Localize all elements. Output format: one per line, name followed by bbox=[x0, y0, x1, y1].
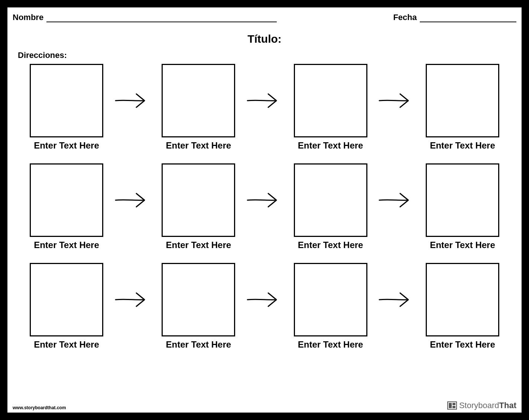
flow-cell: Enter Text Here bbox=[292, 263, 370, 350]
flow-caption[interactable]: Enter Text Here bbox=[430, 339, 495, 350]
flow-caption[interactable]: Enter Text Here bbox=[34, 339, 99, 350]
arrow-right-icon bbox=[378, 263, 415, 336]
flow-cell: Enter Text Here bbox=[423, 64, 502, 151]
flow-box[interactable] bbox=[294, 263, 367, 336]
arrow-right-icon bbox=[378, 163, 415, 237]
flow-box[interactable] bbox=[30, 64, 103, 137]
flow-caption[interactable]: Enter Text Here bbox=[166, 240, 231, 250]
flow-cell: Enter Text Here bbox=[27, 263, 106, 350]
arrow-right-icon bbox=[114, 263, 151, 336]
arrow-right-icon bbox=[246, 64, 283, 137]
flow-caption[interactable]: Enter Text Here bbox=[298, 339, 363, 350]
flow-caption[interactable]: Enter Text Here bbox=[34, 140, 99, 151]
flow-box[interactable] bbox=[162, 263, 235, 336]
flow-row: Enter Text Here Enter Text Here Enter Te… bbox=[27, 64, 502, 151]
footer: www.storyboardthat.com StoryboardThat bbox=[13, 401, 516, 410]
flow-cell: Enter Text Here bbox=[27, 64, 106, 151]
svg-rect-1 bbox=[449, 403, 452, 408]
date-label: Fecha bbox=[393, 13, 417, 22]
flow-box[interactable] bbox=[30, 163, 103, 237]
date-input-line[interactable] bbox=[420, 14, 516, 22]
svg-rect-3 bbox=[452, 406, 455, 408]
directions-label: Direcciones: bbox=[18, 51, 516, 60]
svg-rect-2 bbox=[452, 403, 455, 405]
flow-box[interactable] bbox=[162, 64, 235, 137]
name-input-line[interactable] bbox=[46, 14, 277, 22]
flow-rows: Enter Text Here Enter Text Here Enter Te… bbox=[13, 64, 516, 350]
flow-caption[interactable]: Enter Text Here bbox=[298, 140, 363, 151]
flow-cell: Enter Text Here bbox=[159, 263, 237, 350]
flow-box[interactable] bbox=[294, 163, 367, 237]
flow-caption[interactable]: Enter Text Here bbox=[298, 240, 363, 250]
header-row: Nombre Fecha bbox=[13, 11, 516, 22]
date-field: Fecha bbox=[393, 13, 516, 22]
flow-cell: Enter Text Here bbox=[423, 263, 502, 350]
flow-row: Enter Text Here Enter Text Here Enter Te… bbox=[27, 263, 502, 350]
flow-box[interactable] bbox=[294, 64, 367, 137]
brand-word1: Storyboard bbox=[459, 401, 499, 410]
brand-text: StoryboardThat bbox=[459, 401, 516, 410]
name-label: Nombre bbox=[13, 13, 43, 22]
flow-caption[interactable]: Enter Text Here bbox=[166, 140, 231, 151]
page-title: Título: bbox=[13, 33, 516, 45]
arrow-right-icon bbox=[246, 263, 283, 336]
flow-caption[interactable]: Enter Text Here bbox=[430, 140, 495, 151]
flow-cell: Enter Text Here bbox=[159, 163, 237, 250]
flow-caption[interactable]: Enter Text Here bbox=[166, 339, 231, 350]
flow-cell: Enter Text Here bbox=[292, 64, 370, 151]
flow-cell: Enter Text Here bbox=[423, 163, 502, 250]
arrow-right-icon bbox=[114, 163, 151, 237]
flow-box[interactable] bbox=[426, 263, 499, 336]
flow-box[interactable] bbox=[30, 263, 103, 336]
brand-word2: That bbox=[499, 401, 516, 410]
flow-caption[interactable]: Enter Text Here bbox=[430, 240, 495, 250]
flow-box[interactable] bbox=[426, 163, 499, 237]
flow-cell: Enter Text Here bbox=[159, 64, 237, 151]
flow-cell: Enter Text Here bbox=[27, 163, 106, 250]
name-field: Nombre bbox=[13, 13, 277, 22]
arrow-right-icon bbox=[378, 64, 415, 137]
worksheet-page: Nombre Fecha Título: Direcciones: Enter … bbox=[7, 7, 522, 413]
arrow-right-icon bbox=[114, 64, 151, 137]
flow-box[interactable] bbox=[426, 64, 499, 137]
footer-url: www.storyboardthat.com bbox=[13, 405, 66, 410]
flow-row: Enter Text Here Enter Text Here Enter Te… bbox=[27, 163, 502, 250]
storyboard-icon bbox=[447, 401, 457, 410]
flow-cell: Enter Text Here bbox=[292, 163, 370, 250]
flow-box[interactable] bbox=[162, 163, 235, 237]
arrow-right-icon bbox=[246, 163, 283, 237]
flow-caption[interactable]: Enter Text Here bbox=[34, 240, 99, 250]
brand-logo: StoryboardThat bbox=[447, 401, 516, 410]
